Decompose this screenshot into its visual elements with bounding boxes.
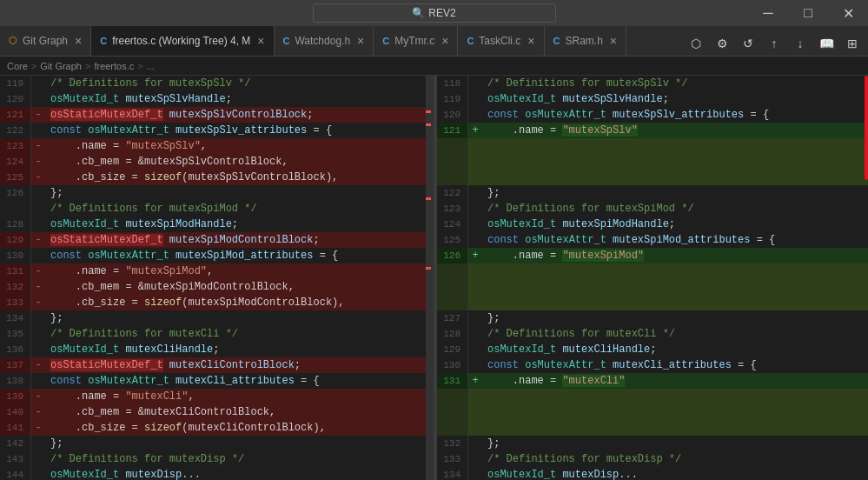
breadcrumb-freertos[interactable]: freertos.c — [94, 61, 134, 71]
line-number: 120 — [437, 107, 468, 123]
search-bar[interactable]: 🔍 REV2 — [313, 3, 556, 23]
line-number: 136 — [0, 342, 31, 357]
line-content: osMutexId_t mutexCliHandle; — [45, 342, 431, 357]
table-row — [437, 295, 868, 310]
line-content: const osMutexAttr_t mutexSpSlv_attribute… — [45, 123, 431, 138]
diff-marker — [31, 373, 45, 389]
line-number: 123 — [0, 138, 31, 154]
line-content — [482, 138, 868, 154]
main-content: 119 /* Definitions for mutexSpSlv */ 120… — [0, 76, 868, 480]
diff-marker-del: - — [31, 279, 45, 295]
diff-marker-del: - — [31, 389, 45, 404]
breadcrumb-ellipsis[interactable]: ... — [147, 61, 155, 71]
tab-label-taskcli: TaskCli.c — [479, 35, 520, 47]
line-number: 126 — [0, 185, 31, 201]
tab-close-freertos[interactable]: × — [257, 34, 264, 48]
history-button[interactable]: ↺ — [736, 31, 760, 56]
line-content: /* Definitions for mutexSpSlv */ — [482, 76, 868, 91]
table-row: 125 - .cb_size = sizeof(mutexSpSlvContro… — [0, 170, 431, 185]
sram-icon: C — [553, 36, 560, 46]
tab-close-myttmr[interactable]: × — [441, 34, 448, 48]
scroll-del-marker-1 — [426, 110, 431, 113]
tab-close-taskcli[interactable]: × — [527, 34, 534, 48]
table-row: 132 - .cb_mem = &mutexSpiModControlBlock… — [0, 279, 431, 295]
line-content: }; — [482, 185, 868, 201]
line-number — [0, 201, 31, 217]
line-content: osStaticMutexDef_t mutexSpSlvControlBloc… — [45, 107, 431, 123]
diff-marker-del: - — [31, 420, 45, 436]
tab-freertos[interactable]: C freertos.c (Working Tree) 4, M × — [91, 25, 274, 56]
line-number: 131 — [0, 263, 31, 279]
tab-watchdog[interactable]: C Watchdog.h × — [275, 25, 374, 56]
breadcrumb-git-graph[interactable]: Git Graph — [40, 61, 82, 71]
diff-marker-del: - — [31, 295, 45, 310]
diff-marker-del: - — [31, 154, 45, 170]
table-row: 141 - .cb_size = sizeof(mutexCliControlB… — [0, 420, 431, 436]
right-code-pane: 118 /* Definitions for mutexSpSlv */ 119… — [437, 76, 868, 480]
line-number: 142 — [0, 436, 31, 451]
line-content: .cb_mem = &mutexCliControlBlock, — [45, 404, 431, 420]
line-number: 132 — [437, 436, 468, 451]
line-content: /* Definitions for mutexCli */ — [482, 326, 868, 342]
diff-marker — [468, 326, 482, 342]
line-content: .name = "mutexSpiMod", — [45, 263, 431, 279]
download-button[interactable]: ↓ — [788, 31, 812, 56]
line-number: 123 — [437, 201, 468, 217]
tab-close-sram[interactable]: × — [610, 34, 617, 48]
line-number: 144 — [0, 467, 31, 480]
diff-marker — [468, 232, 482, 248]
table-row: 123 - .name = "mutexSpSlv", — [0, 138, 431, 154]
diff-marker-add: + — [468, 248, 482, 263]
right-code-table: 118 /* Definitions for mutexSpSlv */ 119… — [437, 76, 868, 480]
tab-git-graph[interactable]: ⬡ Git Graph × — [0, 25, 91, 56]
tab-myttmr[interactable]: C MyTmr.c × — [374, 25, 458, 56]
line-content: osStaticMutexDef_t mutexCliControlBlock; — [45, 357, 431, 373]
diff-marker — [468, 342, 482, 357]
line-content: const osMutexAttr_t mutexSpiMod_attribut… — [482, 232, 868, 248]
line-content: osMutexId_t mutexSpiModHandle; — [482, 217, 868, 232]
line-number: 134 — [0, 310, 31, 326]
left-scroll-indicator[interactable] — [426, 76, 431, 480]
sync-button[interactable]: ↑ — [762, 31, 786, 56]
table-row — [437, 154, 868, 170]
diff-marker — [468, 154, 482, 170]
minimize-button[interactable]: ─ — [748, 0, 788, 26]
diff-marker — [468, 295, 482, 310]
table-row: 119 osMutexId_t mutexSpSlvHandle; — [437, 91, 868, 107]
table-row: 118 /* Definitions for mutexSpSlv */ — [437, 76, 868, 91]
diff-marker — [468, 404, 482, 420]
layout-button[interactable]: ⊞ — [840, 31, 865, 56]
table-row: 134 osMutexId_t mutexDisp... — [437, 467, 868, 480]
tab-close-git-graph[interactable]: × — [75, 34, 82, 48]
table-row — [437, 279, 868, 295]
diff-marker — [468, 263, 482, 279]
close-button[interactable]: ✕ — [828, 0, 868, 26]
table-row — [437, 263, 868, 279]
diff-marker — [468, 420, 482, 436]
right-scroll-indicator — [865, 76, 868, 480]
breadcrumb-core[interactable]: Core — [7, 61, 28, 71]
table-row: 131 - .name = "mutexSpiMod", — [0, 263, 431, 279]
diff-marker — [468, 389, 482, 404]
line-number — [437, 279, 468, 295]
diff-marker — [31, 451, 45, 467]
maximize-button[interactable]: □ — [788, 0, 828, 26]
table-row: 140 - .cb_mem = &mutexCliControlBlock, — [0, 404, 431, 420]
diff-marker-del: - — [31, 138, 45, 154]
tab-label-sram: SRam.h — [566, 35, 603, 47]
tab-close-watchdog[interactable]: × — [357, 34, 364, 48]
settings-button[interactable]: ⚙ — [710, 31, 734, 56]
bookmark-button[interactable]: 📖 — [814, 31, 838, 56]
diff-marker — [31, 201, 45, 217]
table-row — [437, 420, 868, 436]
split-editor-button[interactable]: ⬡ — [684, 31, 708, 56]
right-scroll-bar — [865, 76, 868, 180]
table-row: 124 osMutexId_t mutexSpiModHandle; — [437, 217, 868, 232]
tab-taskcli[interactable]: C TaskCli.c × — [458, 25, 544, 56]
line-number: 119 — [0, 76, 31, 91]
tab-sram[interactable]: C SRam.h × — [545, 25, 627, 56]
table-row: 137 - osStaticMutexDef_t mutexCliControl… — [0, 357, 431, 373]
table-row: 127 }; — [437, 310, 868, 326]
scroll-del-marker-4 — [426, 267, 431, 270]
line-content: /* Definitions for mutexSpiMod */ — [482, 201, 868, 217]
